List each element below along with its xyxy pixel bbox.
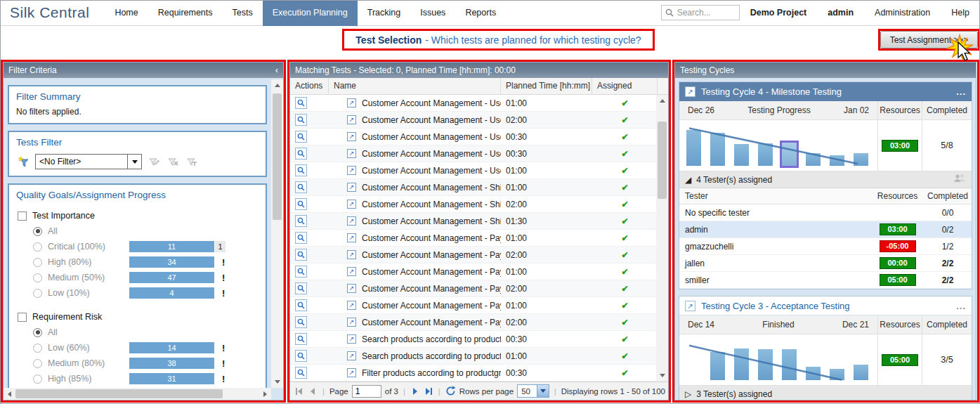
- tester-row[interactable]: smiller05:002/2: [679, 272, 972, 289]
- test-row[interactable]: ↗Customer Account Management - Ship...01…: [290, 179, 658, 196]
- nav-item-tests[interactable]: Tests: [223, 0, 263, 26]
- goto-test-icon[interactable]: ↗: [347, 115, 356, 124]
- radio-button[interactable]: [33, 242, 42, 252]
- inspect-test-icon[interactable]: [295, 333, 307, 345]
- inspect-test-icon[interactable]: [295, 215, 307, 227]
- user-menu[interactable]: admin: [817, 8, 864, 18]
- test-name[interactable]: Customer Account Management - Pay...: [362, 267, 501, 277]
- test-row[interactable]: ↗Customer Account Management - User...02…: [290, 112, 658, 129]
- filter-dropdown-arrow-icon[interactable]: [127, 155, 141, 169]
- scrollbar-thumb[interactable]: [273, 93, 282, 220]
- test-name[interactable]: Customer Account Management - Pay...: [362, 233, 501, 243]
- inspect-test-icon[interactable]: [295, 249, 307, 261]
- goto-test-icon[interactable]: ↗: [347, 334, 356, 344]
- goto-test-icon[interactable]: ↗: [347, 132, 356, 141]
- nav-item-requirements[interactable]: Requirements: [148, 0, 223, 26]
- scroll-right-icon[interactable]: [259, 388, 271, 400]
- scroll-up-icon[interactable]: [656, 95, 668, 107]
- goto-test-icon[interactable]: ↗: [347, 183, 356, 192]
- inspect-test-icon[interactable]: [295, 114, 307, 126]
- test-name[interactable]: Customer Account Management - User...: [362, 98, 501, 108]
- test-name[interactable]: Customer Account Management - Pay...: [362, 250, 501, 260]
- radio-button[interactable]: [33, 227, 42, 236]
- cycle4-header[interactable]: ↗ Testing Cycle 4 - Milestone Testing ..…: [679, 82, 972, 101]
- goto-test-icon[interactable]: ↗: [347, 368, 356, 377]
- goto-test-icon[interactable]: ↗: [347, 318, 356, 327]
- tester-row[interactable]: jallen00:002/2: [679, 255, 972, 272]
- rows-per-page-select[interactable]: 50: [517, 384, 549, 398]
- project-selector[interactable]: Demo Project: [740, 8, 818, 18]
- goto-test-icon[interactable]: ↗: [347, 267, 356, 276]
- cycle3-testers-toggle[interactable]: ▷ 3 Tester(s) assigned: [679, 386, 972, 400]
- test-row[interactable]: ↗Customer Account Management - Pay...02:…: [290, 280, 658, 297]
- inspect-test-icon[interactable]: [295, 181, 307, 193]
- test-row[interactable]: ↗Search products according to productg..…: [290, 331, 658, 348]
- test-name[interactable]: Customer Account Management - Ship...: [362, 200, 501, 209]
- cycle-menu-icon[interactable]: ...: [956, 86, 966, 97]
- tester-resources-column[interactable]: Resources: [871, 191, 924, 201]
- test-row[interactable]: ↗Search products according to productg..…: [290, 348, 658, 365]
- assign-testers-icon[interactable]: [953, 174, 966, 185]
- test-name[interactable]: Customer Account Management - Pay...: [362, 284, 501, 294]
- refresh-icon[interactable]: [445, 386, 456, 397]
- test-name[interactable]: Filter products according to productgr..…: [362, 368, 501, 378]
- inspect-test-icon[interactable]: [295, 367, 307, 379]
- inspect-test-icon[interactable]: [295, 131, 307, 143]
- open-cycle-icon[interactable]: ↗: [685, 301, 695, 311]
- radio-button[interactable]: [33, 273, 42, 282]
- inspect-test-icon[interactable]: [295, 198, 307, 210]
- filter-dropdown[interactable]: <No Filter>: [35, 154, 142, 169]
- goto-test-icon[interactable]: ↗: [347, 216, 356, 226]
- inspect-test-icon[interactable]: [295, 316, 307, 328]
- column-actions[interactable]: Actions: [290, 78, 329, 94]
- test-name[interactable]: Customer Account Management - Ship...: [362, 183, 501, 193]
- radio-button[interactable]: [33, 289, 42, 298]
- goto-test-icon[interactable]: ↗: [347, 98, 356, 107]
- test-row[interactable]: ↗Customer Account Management - User...01…: [290, 162, 658, 179]
- goto-test-icon[interactable]: ↗: [347, 149, 356, 158]
- search-input[interactable]: [677, 8, 733, 18]
- scroll-down-icon[interactable]: [656, 370, 668, 382]
- scrollbar-thumb[interactable]: [15, 389, 223, 398]
- nav-item-reports[interactable]: Reports: [455, 0, 506, 26]
- nav-item-tracking[interactable]: Tracking: [358, 0, 410, 26]
- first-page-icon[interactable]: [294, 386, 304, 397]
- open-cycle-icon[interactable]: ↗: [685, 86, 695, 97]
- tester-column[interactable]: Tester: [679, 191, 871, 201]
- scroll-left-icon[interactable]: [4, 388, 15, 400]
- test-row[interactable]: ↗Filter products according to productgr.…: [290, 365, 658, 382]
- goto-test-icon[interactable]: ↗: [347, 351, 356, 360]
- tests-vertical-scrollbar[interactable]: [656, 95, 668, 382]
- test-row[interactable]: ↗Customer Account Management - Ship...02…: [290, 196, 658, 213]
- test-importance-checkbox[interactable]: [18, 211, 27, 221]
- inspect-test-icon[interactable]: [295, 282, 307, 294]
- column-planned-time[interactable]: Planned Time [hh:mm]: [501, 78, 592, 94]
- collapse-panel-icon[interactable]: ‹: [275, 63, 278, 78]
- column-name[interactable]: Name: [329, 78, 501, 94]
- cycle4-testers-toggle[interactable]: ◢ 4 Tester(s) assigned: [679, 171, 972, 188]
- column-assigned[interactable]: Assigned: [592, 78, 658, 94]
- requirement-risk-checkbox[interactable]: [18, 313, 27, 322]
- nav-item-execution-planning[interactable]: Execution Planning: [263, 0, 358, 26]
- radio-button[interactable]: [33, 328, 42, 337]
- goto-test-icon[interactable]: ↗: [347, 301, 356, 310]
- test-name[interactable]: Customer Account Management - Pay...: [362, 301, 501, 311]
- test-row[interactable]: ↗Customer Account Management - Pay...02:…: [290, 314, 658, 331]
- goto-test-icon[interactable]: ↗: [347, 284, 356, 293]
- inspect-test-icon[interactable]: [295, 299, 307, 311]
- goto-test-icon[interactable]: ↗: [347, 166, 356, 175]
- inspect-test-icon[interactable]: [295, 266, 307, 278]
- inspect-test-icon[interactable]: [295, 148, 307, 159]
- tester-completed-column[interactable]: Completed: [924, 191, 972, 201]
- tester-row[interactable]: gmazzuchelli-05:001/2: [679, 238, 972, 255]
- test-name[interactable]: Search products according to productg...: [362, 334, 501, 344]
- goto-test-icon[interactable]: ↗: [347, 250, 356, 259]
- inspect-test-icon[interactable]: [295, 97, 307, 109]
- test-row[interactable]: ↗Customer Account Management - Pay...01:…: [290, 230, 658, 247]
- test-row[interactable]: ↗Customer Account Management - User...01…: [290, 95, 658, 112]
- test-row[interactable]: ↗Customer Account Management - User...00…: [290, 145, 658, 162]
- test-name[interactable]: Customer Account Management - Pay...: [362, 318, 501, 327]
- nav-item-issues[interactable]: Issues: [410, 0, 455, 26]
- new-filter-icon[interactable]: [16, 155, 30, 169]
- test-assignment-button[interactable]: Test Assignment >>>: [880, 31, 978, 48]
